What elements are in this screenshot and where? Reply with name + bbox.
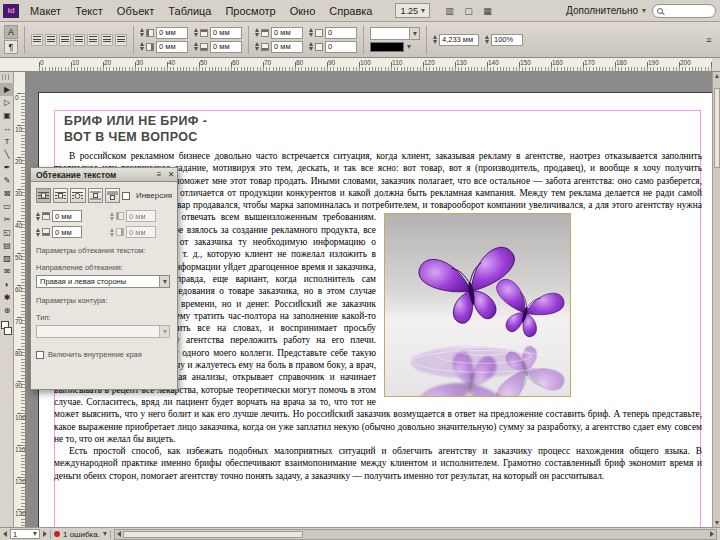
close-icon[interactable]: ✕ — [165, 169, 177, 180]
vertical-scrollbar[interactable] — [712, 72, 720, 527]
right-offset-field[interactable]: 0 мм — [126, 226, 156, 238]
zoom-tool[interactable]: ⊕ — [0, 304, 14, 317]
justify-center-button[interactable] — [87, 34, 99, 46]
wrap-direction-dropdown[interactable]: Правая и левая стороны — [36, 275, 170, 288]
selection-tool[interactable]: ▶ — [0, 83, 14, 96]
stroke-swatch[interactable] — [4, 327, 12, 335]
type-tool[interactable]: T — [0, 135, 14, 148]
drop-cap-lines-field[interactable]: 0 — [325, 27, 357, 39]
horizontal-ruler[interactable]: 0102030405060708090100110120130140150160… — [0, 58, 712, 72]
search-input[interactable] — [666, 6, 706, 15]
rectangle-tool[interactable]: ▭ — [0, 200, 14, 213]
page-tool[interactable]: ▣ — [0, 109, 14, 122]
workspace-switcher[interactable]: Дополнительно — [560, 5, 652, 16]
scroll-up-arrow[interactable] — [715, 74, 719, 78]
last-line-indent-field[interactable]: 0 мм — [210, 41, 242, 53]
no-wrap-button[interactable] — [36, 188, 51, 203]
screen-mode-icon[interactable]: ▢ — [461, 4, 476, 17]
baseline-offset-field[interactable]: 4,233 мм — [439, 34, 479, 46]
zoom-level-dropdown[interactable]: 1.25 — [395, 3, 430, 18]
vertical-scroll-thumb[interactable] — [714, 88, 720, 168]
paragraph-style-dropdown[interactable] — [370, 27, 420, 40]
line-tool[interactable]: ╲ — [0, 148, 14, 161]
top-offset-field[interactable]: 0 мм — [52, 210, 82, 222]
gradient-feather-tool[interactable]: ▨ — [0, 252, 14, 265]
space-before-field[interactable]: 0 мм — [271, 27, 303, 39]
stepper[interactable] — [36, 228, 40, 237]
scale-field[interactable]: 100% — [491, 34, 523, 46]
stepper[interactable] — [140, 42, 144, 51]
justify-left-button[interactable] — [73, 34, 85, 46]
character-formatting-button[interactable]: А — [4, 25, 18, 39]
pencil-tool[interactable]: ✎ — [0, 174, 14, 187]
menu-item-1[interactable]: Макет — [23, 0, 68, 21]
view-options-icon[interactable]: ▥ — [442, 4, 457, 17]
invert-checkbox[interactable] — [122, 192, 130, 200]
stepper[interactable] — [255, 42, 259, 51]
horizontal-scrollbar[interactable] — [114, 529, 717, 540]
dropdown-arrow-button[interactable] — [159, 326, 169, 337]
wrap-bounding-box-button[interactable] — [53, 188, 68, 203]
butterfly-image[interactable] — [384, 213, 702, 397]
space-after-field[interactable]: 0 мм — [271, 41, 303, 53]
gap-tool[interactable]: ↔ — [0, 122, 14, 135]
dropdown-arrow-button[interactable] — [159, 276, 169, 287]
drop-cap-chars-field[interactable]: 0 — [325, 41, 357, 53]
stepper[interactable] — [194, 42, 198, 51]
align-right-button[interactable] — [59, 34, 71, 46]
gradient-tool[interactable]: ▤ — [0, 239, 14, 252]
bottom-offset-field[interactable]: 0 мм — [52, 226, 82, 238]
menu-item-6[interactable]: Окно — [283, 0, 323, 21]
contour-type-dropdown[interactable] — [36, 325, 170, 338]
stepper[interactable] — [110, 228, 114, 237]
panel-menu-icon[interactable]: ≡ — [153, 169, 165, 180]
align-left-button[interactable] — [31, 34, 43, 46]
vertical-ruler[interactable]: 0102030405060708090100110120130 — [14, 72, 26, 527]
search-box[interactable] — [652, 4, 716, 18]
left-indent-field[interactable]: 0 мм — [156, 27, 188, 39]
scroll-left-arrow[interactable] — [117, 531, 121, 537]
align-center-button[interactable] — [45, 34, 57, 46]
wrap-object-shape-button[interactable] — [70, 188, 85, 203]
panel-menu-icon[interactable]: ≡ — [702, 33, 716, 46]
pen-tool[interactable]: ✒ — [0, 161, 14, 174]
scissors-tool[interactable]: ✂ — [0, 213, 14, 226]
text-color-swatch[interactable] — [370, 42, 404, 52]
stepper[interactable] — [110, 212, 114, 221]
hand-tool[interactable]: ✱ — [0, 291, 14, 304]
body-paragraph[interactable]: Есть простой способ, как избежать подобн… — [54, 445, 702, 482]
rectangle-frame-tool[interactable]: ⊠ — [0, 187, 14, 200]
first-line-indent-field[interactable]: 0 мм — [210, 27, 242, 39]
justify-right-button[interactable] — [101, 34, 113, 46]
article-heading[interactable]: БРИФ ИЛИ НЕ БРИФ - ВОТ В ЧЕМ ВОПРОС — [64, 113, 207, 145]
scroll-right-arrow[interactable] — [710, 531, 714, 537]
note-tool[interactable]: ✉ — [0, 265, 14, 278]
stepper[interactable] — [309, 28, 313, 37]
menu-item-3[interactable]: Объект — [110, 0, 161, 21]
preflight-status[interactable]: 1 ошибка. — [63, 530, 100, 539]
dropdown-arrow-button[interactable] — [409, 28, 419, 39]
fill-stroke-swatches[interactable] — [0, 320, 13, 338]
stepper[interactable] — [194, 28, 198, 37]
stepper[interactable] — [433, 35, 437, 44]
horizontal-scroll-thumb[interactable] — [123, 531, 303, 538]
scroll-down-arrow[interactable] — [715, 521, 719, 525]
free-transform-tool[interactable]: ◱ — [0, 226, 14, 239]
stepper[interactable] — [36, 212, 40, 221]
menu-item-2[interactable]: Текст — [68, 0, 110, 21]
stepper[interactable] — [255, 28, 259, 37]
panel-grip-icon[interactable] — [2, 74, 11, 80]
panel-header[interactable]: Обтекание текстом ≡ ✕ — [30, 167, 178, 182]
jump-object-button[interactable] — [88, 188, 103, 203]
right-indent-field[interactable]: 0 мм — [156, 41, 188, 53]
justify-all-button[interactable] — [115, 34, 127, 46]
jump-to-next-column-button[interactable] — [105, 188, 120, 203]
previous-page-button[interactable] — [3, 531, 7, 537]
eyedropper-tool[interactable]: ◗ — [0, 278, 14, 291]
arrange-documents-icon[interactable]: ▦ — [480, 4, 495, 17]
direct-selection-tool[interactable]: ▷ — [0, 96, 14, 109]
stepper[interactable] — [485, 35, 489, 44]
page-number-dropdown[interactable]: 1 — [10, 529, 40, 539]
menu-item-7[interactable]: Справка — [322, 0, 379, 21]
left-offset-field[interactable]: 0 мм — [126, 210, 156, 222]
